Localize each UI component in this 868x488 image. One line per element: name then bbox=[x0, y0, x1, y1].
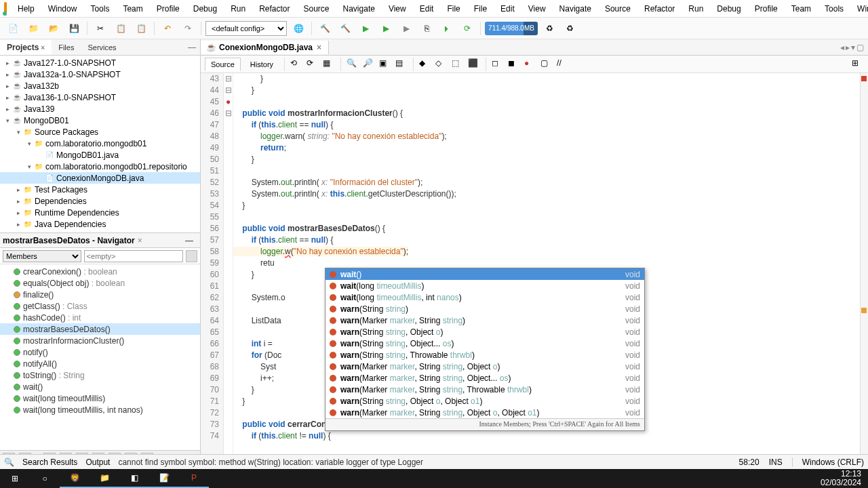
tree-node[interactable]: ▾📁com.laboratorio.mongodb01.repositorio bbox=[0, 161, 200, 172]
menu-run[interactable]: Run bbox=[682, 1, 710, 16]
editor-tool-icon[interactable]: ⟲ bbox=[290, 58, 302, 70]
menu-debug[interactable]: Debug bbox=[710, 1, 747, 16]
tree-node[interactable]: ▾📁com.laboratorio.mongodb01 bbox=[0, 138, 200, 149]
completion-item[interactable]: wait(long timeoutMillis)void bbox=[326, 280, 644, 291]
menu-edit[interactable]: Edit bbox=[494, 1, 521, 16]
tree-node[interactable]: ▸📁Dependencies bbox=[0, 195, 200, 207]
completion-item[interactable]: warn(Marker marker, String string, Objec… bbox=[326, 361, 644, 372]
menu-window[interactable]: Window bbox=[41, 1, 84, 16]
navigator-member[interactable]: wait(long timeoutMillis) bbox=[0, 392, 200, 404]
split-editor-icon[interactable]: ⊞ bbox=[852, 58, 864, 70]
navigator-member[interactable]: equals(Object obj) : boolean bbox=[0, 277, 200, 289]
navigator-member[interactable]: getClass() : Class bbox=[0, 300, 200, 312]
completion-item[interactable]: warn(String string, Throwable thrwbl)voi… bbox=[326, 349, 644, 361]
navigator-member[interactable]: mostrarBasesDeDatos() bbox=[0, 323, 200, 335]
completion-item[interactable]: warn(Marker marker, String string, Objec… bbox=[326, 372, 644, 384]
editor-tool-icon[interactable]: ▦ bbox=[323, 58, 335, 70]
tree-twisty[interactable]: ▸ bbox=[3, 71, 12, 78]
editor-tool-icon[interactable]: ◇ bbox=[435, 58, 448, 70]
editor-tool-icon[interactable]: ◼ bbox=[508, 58, 520, 70]
status-tab[interactable]: Output bbox=[85, 458, 110, 467]
tree-node[interactable]: ▸☕Java132b bbox=[0, 80, 200, 92]
tree-twisty[interactable]: ▾ bbox=[14, 129, 23, 136]
tab-files[interactable]: Files bbox=[52, 41, 81, 54]
brave-icon[interactable]: 🦁 bbox=[60, 469, 90, 488]
tree-twisty[interactable]: ▸ bbox=[3, 60, 12, 66]
menu-source[interactable]: Source bbox=[297, 1, 336, 16]
editor-tool-icon[interactable]: ⬚ bbox=[452, 58, 464, 70]
debug-icon[interactable]: ▶ bbox=[377, 20, 395, 37]
menu-help[interactable]: Help bbox=[11, 1, 41, 16]
explorer-icon[interactable]: 📁 bbox=[90, 469, 119, 488]
build-icon[interactable]: 🔨 bbox=[316, 20, 334, 37]
tree-node[interactable]: ▾📁Source Packages bbox=[0, 126, 200, 138]
run-icon[interactable]: ▶ bbox=[357, 20, 374, 37]
tree-node[interactable]: 📄ConexionMongoDB.java bbox=[0, 172, 200, 184]
menu-profile[interactable]: Profile bbox=[150, 1, 186, 16]
tree-twisty[interactable]: ▸ bbox=[14, 198, 23, 205]
new-project-icon[interactable]: 📁 bbox=[24, 20, 42, 37]
run-config-select[interactable]: <default config> bbox=[205, 21, 287, 36]
tree-node[interactable]: ▸📁Test Packages bbox=[0, 184, 200, 195]
editor-tab[interactable]: ☕ ConexionMongoDB.java × bbox=[201, 41, 329, 54]
navigator-member[interactable]: wait() bbox=[0, 381, 200, 392]
reload-icon[interactable]: ⟳ bbox=[458, 20, 476, 37]
tree-twisty[interactable]: ▸ bbox=[14, 209, 23, 216]
navigator-member[interactable]: wait(long timeoutMillis, int nanos) bbox=[0, 404, 200, 415]
editor-tool-icon[interactable]: 🔎 bbox=[363, 58, 375, 70]
navigator-mode-select[interactable]: Members bbox=[3, 250, 81, 262]
close-icon[interactable]: × bbox=[41, 44, 45, 52]
tree-twisty[interactable]: ▾ bbox=[24, 163, 34, 170]
editor-tool-icon[interactable]: 🔍 bbox=[347, 58, 359, 70]
filter-options-icon[interactable] bbox=[186, 250, 197, 262]
tree-twisty[interactable]: ▾ bbox=[3, 117, 12, 124]
maximize-editor-icon[interactable]: ▢ bbox=[856, 43, 864, 52]
profile-icon[interactable]: ▶ bbox=[397, 20, 415, 37]
tree-node[interactable]: ▸☕Java136-1.0-SNAPSHOT bbox=[0, 92, 200, 103]
profile-project-icon[interactable]: ⏵ bbox=[438, 20, 456, 37]
system-tray[interactable]: 12:1302/03/2024 bbox=[814, 470, 868, 487]
tab-projects[interactable]: Projects× bbox=[0, 40, 52, 55]
menu-team[interactable]: Team bbox=[116, 1, 149, 16]
notepad-icon[interactable]: 📝 bbox=[149, 469, 179, 488]
navigator-member[interactable]: hashCode() : int bbox=[0, 312, 200, 323]
menu-tools[interactable]: Tools bbox=[818, 1, 850, 16]
tree-twisty[interactable]: ▸ bbox=[14, 221, 23, 228]
menu-view[interactable]: View bbox=[382, 1, 413, 16]
navigator-member[interactable]: notifyAll() bbox=[0, 358, 200, 369]
menu-file[interactable]: File bbox=[440, 1, 467, 16]
tree-twisty[interactable]: ▸ bbox=[3, 106, 12, 113]
breakpoint-icon[interactable]: ● bbox=[524, 58, 536, 70]
tab-list-icon[interactable]: ▾ bbox=[851, 43, 855, 52]
paste-icon[interactable]: 📋 bbox=[132, 20, 150, 37]
close-tab-icon[interactable]: × bbox=[315, 43, 323, 52]
menu-refactor[interactable]: Refactor bbox=[252, 1, 296, 16]
pause-icon[interactable]: ♻ bbox=[561, 20, 578, 37]
completion-item[interactable]: warn(String string, Object... os)void bbox=[326, 338, 644, 349]
menu-edit[interactable]: Edit bbox=[413, 1, 441, 16]
completion-item[interactable]: warn(Marker marker, String string)void bbox=[326, 314, 644, 326]
undo-icon[interactable]: ↶ bbox=[159, 20, 176, 37]
menu-navigate[interactable]: Navigate bbox=[336, 1, 382, 16]
menu-source[interactable]: Source bbox=[598, 1, 637, 16]
tab-services[interactable]: Services bbox=[81, 41, 123, 54]
memory-gauge[interactable]: 711.4/988.0MB bbox=[485, 22, 538, 35]
tree-node[interactable]: ▸📁Java Dependencies bbox=[0, 218, 200, 230]
navigator-filter-input[interactable] bbox=[84, 250, 183, 262]
completion-item[interactable]: warn(String string, Object o, Object o1)… bbox=[326, 395, 644, 407]
completion-item[interactable]: warn(Marker marker, String string, Objec… bbox=[326, 407, 644, 418]
menu-navigate[interactable]: Navigate bbox=[553, 1, 598, 16]
tree-node[interactable]: ▸☕Java132a-1.0-SNAPSHOT bbox=[0, 68, 200, 80]
editor-tool-icon[interactable]: ⟳ bbox=[307, 58, 319, 70]
powerpoint-icon[interactable]: P bbox=[179, 469, 209, 488]
tree-node[interactable]: 📄MongoDB01.java bbox=[0, 149, 200, 161]
navigator-members[interactable]: crearConexion() : booleanequals(Object o… bbox=[0, 264, 200, 450]
editor-tool-icon[interactable]: ▣ bbox=[379, 58, 391, 70]
windows-taskbar[interactable]: ⊞ ○ 🦁 📁 ◧ 📝 P 12:1302/03/2024 bbox=[0, 469, 868, 488]
editor-tool-icon[interactable]: // bbox=[557, 58, 569, 70]
menu-refactor[interactable]: Refactor bbox=[637, 1, 682, 16]
status-tab[interactable]: Search Results bbox=[22, 458, 77, 467]
menu-file[interactable]: File bbox=[467, 1, 494, 16]
completion-item[interactable]: warn(String string)void bbox=[326, 303, 644, 314]
completion-item[interactable]: wait()void bbox=[326, 268, 644, 280]
